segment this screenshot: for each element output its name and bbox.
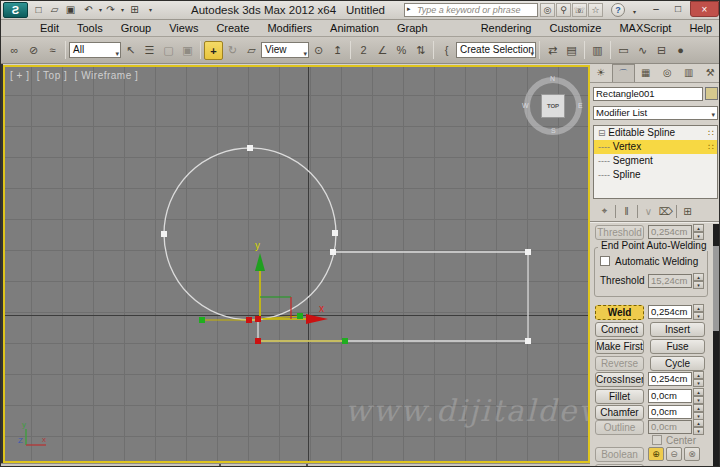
favorites-star-icon[interactable]: ☆: [588, 3, 603, 17]
new-file-icon[interactable]: □: [31, 3, 46, 17]
minimize-button[interactable]: –: [645, 1, 667, 17]
tab-display-icon[interactable]: ▥: [678, 64, 700, 82]
curve-editor-icon[interactable]: ∿: [633, 41, 652, 60]
make-unique-icon[interactable]: ∨: [640, 206, 657, 217]
selection-filter-dropdown[interactable]: All▾: [69, 42, 121, 58]
select-object-icon[interactable]: ↖: [121, 41, 140, 60]
select-and-link-icon[interactable]: ∞: [5, 41, 24, 60]
percent-snap-icon[interactable]: %: [392, 41, 411, 60]
menu-customize[interactable]: Customize: [540, 20, 610, 37]
insert-button[interactable]: Insert: [650, 322, 705, 337]
menu-maxscript[interactable]: MAXScript: [610, 20, 680, 37]
fuse-button[interactable]: Fuse: [650, 339, 705, 354]
reference-coordinate-dropdown[interactable]: View▾: [261, 42, 309, 58]
viewcube[interactable]: TOP N W E S: [524, 77, 582, 135]
select-and-move-icon[interactable]: +: [204, 41, 223, 60]
menu-edit[interactable]: Edit: [31, 20, 68, 37]
boolean-union-icon[interactable]: ⊕: [648, 447, 664, 461]
object-name-field[interactable]: Rectangle001: [593, 87, 703, 101]
compass-east[interactable]: E: [578, 102, 583, 109]
spinner-snap-icon[interactable]: ⇅: [411, 41, 430, 60]
save-file-icon[interactable]: ▣: [63, 3, 78, 17]
fillet-spinner[interactable]: ▴▾: [693, 388, 704, 404]
compass-north[interactable]: N: [550, 75, 555, 82]
stack-spline[interactable]: ---- Spline: [594, 168, 717, 182]
menu-graph-editors[interactable]: Graph Editors: [388, 20, 472, 37]
angle-snap-icon[interactable]: ∠: [373, 41, 392, 60]
open-file-icon[interactable]: ▱: [47, 3, 62, 17]
remove-modifier-icon[interactable]: ⌦: [657, 206, 674, 217]
cross-insert-button[interactable]: CrossInsert: [595, 372, 644, 387]
make-first-button[interactable]: Make First: [595, 339, 644, 354]
stack-editable-spline[interactable]: ⊟ Editable Spline ∷: [594, 126, 717, 140]
infocenter-key-icon[interactable]: ⚲: [556, 3, 571, 17]
help-icon[interactable]: ?: [611, 3, 625, 17]
panel-scrollbar-thumb[interactable]: [713, 246, 719, 331]
chamfer-spinner[interactable]: ▴▾: [693, 404, 704, 420]
search-caret-icon[interactable]: ▸: [407, 5, 411, 13]
connect-button[interactable]: Connect: [595, 322, 644, 337]
cross-insert-field[interactable]: 0,254cm: [648, 372, 692, 386]
menu-group[interactable]: Group: [112, 20, 161, 37]
schematic-view-icon[interactable]: ⊟: [652, 41, 671, 60]
fillet-field[interactable]: 0,0cm: [648, 389, 692, 403]
top-viewport[interactable]: [ + ] [ Top ] [ Wireframe ] www.dijitald…: [3, 65, 590, 463]
spline-vertices[interactable]: [161, 145, 531, 344]
graphite-ribbon-icon[interactable]: ▭: [614, 41, 633, 60]
show-end-result-icon[interactable]: ‖: [618, 206, 635, 217]
project-toolbar-icon[interactable]: ⊞: [127, 3, 142, 17]
menu-help[interactable]: Help: [680, 20, 720, 37]
cross-insert-spinner[interactable]: ▴▾: [693, 371, 704, 387]
tab-hierarchy-icon[interactable]: ▦: [635, 64, 657, 82]
tab-create-icon[interactable]: ☀: [590, 64, 612, 82]
chamfer-field[interactable]: 0,0cm: [648, 405, 692, 419]
configure-modifier-sets-icon[interactable]: ⊞: [679, 206, 696, 217]
window-crossing-icon[interactable]: ▣: [178, 41, 197, 60]
weld-button[interactable]: Weld: [595, 305, 644, 320]
pin-stack-icon[interactable]: ⌖: [596, 205, 613, 217]
automatic-welding-checkbox[interactable]: [600, 256, 610, 266]
menu-animation[interactable]: Animation: [321, 20, 388, 37]
material-editor-icon[interactable]: ●: [671, 41, 690, 60]
select-and-manipulate-icon[interactable]: ↥: [328, 41, 347, 60]
toolbar-options-icon[interactable]: ▾: [143, 3, 158, 17]
stack-segment[interactable]: ---- Segment: [594, 154, 717, 168]
align-icon[interactable]: ▤: [562, 41, 581, 60]
bind-to-space-warp-icon[interactable]: ≈: [43, 41, 62, 60]
maximize-button[interactable]: □: [667, 1, 689, 17]
editable-spline-shape[interactable]: [164, 148, 528, 341]
tab-utilities-icon[interactable]: ⚒: [700, 64, 720, 82]
fillet-button[interactable]: Fillet: [595, 389, 644, 404]
cycle-button[interactable]: Cycle: [650, 356, 705, 371]
help-dropdown-icon[interactable]: ▾: [627, 5, 642, 19]
stack-vertex[interactable]: ---- Vertex ∷: [594, 140, 717, 154]
snaps-toggle-icon[interactable]: 2: [354, 41, 373, 60]
layer-manager-icon[interactable]: ▥: [588, 41, 607, 60]
modifier-list-dropdown[interactable]: Modifier List ▾: [593, 106, 718, 120]
unlink-selection-icon[interactable]: ⊘: [24, 41, 43, 60]
menu-views[interactable]: Views: [160, 20, 207, 37]
time-slider-strip[interactable]: [1, 463, 590, 467]
tab-modify-icon[interactable]: ⌒: [612, 64, 636, 82]
menu-tools[interactable]: Tools: [68, 20, 112, 37]
compass-south[interactable]: S: [551, 127, 556, 134]
mirror-icon[interactable]: ⇄: [543, 41, 562, 60]
select-and-scale-icon[interactable]: ▱: [242, 41, 261, 60]
menu-rendering[interactable]: Rendering: [472, 20, 541, 37]
weld-spinner[interactable]: ▴▾: [693, 304, 704, 320]
communication-center-icon[interactable]: ☏: [572, 3, 587, 17]
weld-threshold-field[interactable]: 0,254cm: [648, 305, 692, 319]
panel-scrollbar[interactable]: [713, 224, 719, 467]
select-and-rotate-icon[interactable]: ↻: [223, 41, 242, 60]
search-input[interactable]: Type a keyword or phrase: [404, 3, 538, 17]
select-by-name-icon[interactable]: ☰: [140, 41, 159, 60]
chamfer-button[interactable]: Chamfer: [595, 405, 644, 420]
search-icon[interactable]: ◎: [540, 3, 555, 17]
use-pivot-point-center-icon[interactable]: ⊙: [309, 41, 328, 60]
close-button[interactable]: ×: [690, 1, 719, 17]
application-menu-logo[interactable]: Ƨ: [3, 2, 28, 18]
object-color-swatch[interactable]: [705, 87, 718, 100]
named-selection-sets-dropdown[interactable]: Create Selection Se▾: [456, 42, 536, 58]
edit-named-selection-sets-icon[interactable]: {: [437, 41, 456, 60]
viewcube-top-face[interactable]: TOP: [541, 94, 565, 118]
